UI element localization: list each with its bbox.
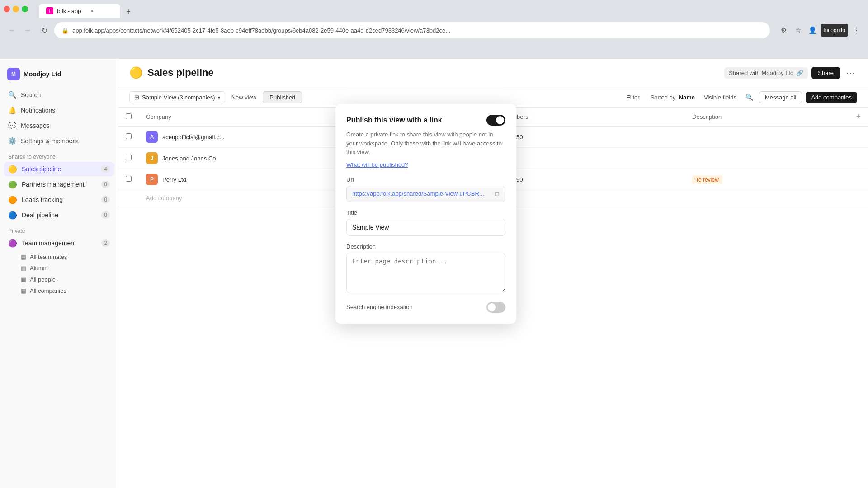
share-button[interactable]: Share [811,67,840,79]
description-col-label: Description [692,113,722,120]
publish-toggle[interactable] [486,115,505,126]
partners-label: Partners management [22,181,85,188]
row3-check[interactable] [126,176,132,182]
shared-badge[interactable]: Shared with Moodjoy Ltd 🔗 [724,67,808,79]
select-all-checkbox[interactable] [126,113,132,119]
toolbar-right: Filter Sorted by Name Visible fields 🔍 M… [622,91,857,103]
refresh-btn[interactable]: ↻ [38,24,51,37]
sidebar-group-partners[interactable]: 🟢 Partners management 0 [4,177,114,192]
header-actions: Shared with Moodjoy Ltd 🔗 Share ⋯ [724,66,857,87]
sidebar-item-messages[interactable]: 💬 Messages [4,118,114,133]
notifications-icon: 🔔 [8,106,16,114]
sidebar-group-sales-pipeline[interactable]: 🟡 Sales pipeline 4 [4,162,114,176]
forward-btn[interactable]: → [22,24,34,37]
browser-tab[interactable]: f folk - app × [39,4,120,18]
sub-items: ▦ All teammates ▦ Alumni ▦ All people ▦ … [4,251,114,296]
partners-emoji: 🟢 [8,180,17,189]
sidebar-item-settings[interactable]: ⚙️ Settings & members [4,134,114,148]
tab-close-btn[interactable]: × [88,7,95,14]
sidebar-item-notifications[interactable]: 🔔 Notifications [4,103,114,117]
sidebar-group-deal[interactable]: 🔵 Deal pipeline 0 [4,208,114,222]
search-btn[interactable]: 🔍 [743,91,755,103]
company-col-label: Company [146,113,171,120]
row2-checkbox[interactable] [118,148,139,169]
row2-avatar: J [146,152,158,164]
description-label: Description [346,243,505,250]
sidebar-group-leads[interactable]: 🟠 Leads tracking 0 [4,192,114,207]
new-view-btn[interactable]: New view [227,92,261,103]
sales-pipeline-count: 4 [101,165,110,173]
description-textarea[interactable] [346,253,505,293]
sidebar-group-team-mgmt[interactable]: 🟣 Team management 2 [4,236,114,250]
deal-count: 0 [101,211,110,219]
visible-fields-btn[interactable]: Visible fields [701,92,739,103]
row1-check[interactable] [126,133,132,139]
sidebar-item-search-label: Search [21,91,41,99]
browser-chrome: f folk - app × + ← → ↻ 🔒 app.folk.app/ap… [0,0,868,59]
sidebar-item-notifications-label: Notifications [21,107,55,114]
tab-title: folk - app [57,8,81,14]
add-column-btn[interactable]: + [849,108,868,127]
what-published-link[interactable]: What will be published? [346,161,505,168]
sidebar-nav: 🔍 Search 🔔 Notifications 💬 Messages ⚙️ S… [0,88,118,148]
search-engine-toggle[interactable] [486,302,505,313]
incognito-btn[interactable]: Incognito [821,24,848,37]
deal-emoji: 🔵 [8,211,17,220]
team-mgmt-count: 2 [101,239,110,247]
row3-status: To review [692,175,722,184]
message-all-btn[interactable]: Message all [759,91,802,103]
page-emoji: 🟡 [129,66,143,79]
back-btn[interactable]: ← [5,24,18,37]
workspace-name: Moodjoy Ltd [24,70,61,78]
all-people-icon: ▦ [21,276,26,283]
url-text: app.folk.app/apps/contacts/network/4f652… [72,27,763,34]
menu-btn[interactable]: ⋮ [850,24,863,37]
window-controls [4,6,28,12]
title-input[interactable] [346,219,505,236]
filter-btn[interactable]: Filter [622,92,644,103]
workspace-header[interactable]: M Moodjoy Ltd [0,64,118,88]
row2-check[interactable] [126,155,132,160]
view-selector[interactable]: ⊞ Sample View (3 companies) ▾ [129,91,225,103]
published-btn[interactable]: Published [263,91,302,103]
row1-checkbox[interactable] [118,127,139,148]
bookmark-btn[interactable]: ☆ [792,24,804,37]
all-companies-icon: ▦ [21,287,26,294]
profile-btn[interactable]: 👤 [806,24,819,37]
view-selector-label: Sample View (3 companies) [142,94,215,101]
row3-name: Perry Ltd. [162,176,188,183]
sorted-by-field: Name [679,94,695,101]
popup-title: Publish this view with a link [346,116,442,124]
window-min-btn[interactable] [13,6,19,12]
share-link-icon: 🔗 [796,70,803,76]
address-bar-row: ← → ↻ 🔒 app.folk.app/apps/contacts/netwo… [0,18,868,42]
browser-title-bar: f folk - app × + [0,0,868,18]
messages-icon: 💬 [8,122,16,130]
row1-name: aceupofficial@gmail.c... [162,134,224,141]
extension-btn[interactable]: ⚙ [777,24,790,37]
address-bar[interactable]: 🔒 app.folk.app/apps/contacts/network/4f6… [54,22,770,38]
main-content: 🟡 Sales pipeline Shared with Moodjoy Ltd… [118,59,868,488]
sidebar-item-search[interactable]: 🔍 Search [4,88,114,102]
add-companies-btn[interactable]: Add companies [806,92,857,103]
team-mgmt-emoji: 🟣 [8,239,17,248]
all-people-label: All people [30,276,56,283]
sub-item-all-companies[interactable]: ▦ All companies [16,285,114,296]
sub-item-all-teammates[interactable]: ▦ All teammates [16,251,114,263]
sorted-by-label: Sorted by [651,94,676,101]
row3-checkbox[interactable] [118,169,139,190]
settings-icon: ⚙️ [8,137,16,145]
sorted-by[interactable]: Sorted by Name [648,92,698,103]
sales-pipeline-label: Sales pipeline [22,165,61,173]
url-display[interactable]: https://app.folk.app/shared/Sample-View-… [346,186,505,202]
sub-item-all-people[interactable]: ▦ All people [16,274,114,285]
copy-url-icon[interactable]: ⧉ [495,190,500,198]
window-max-btn[interactable] [22,6,28,12]
tab-favicon: f [46,7,53,14]
col-checkbox-header[interactable] [118,108,139,127]
window-close-btn[interactable] [4,6,10,12]
sub-item-alumni[interactable]: ▦ Alumni [16,263,114,274]
more-options-btn[interactable]: ⋯ [844,66,857,80]
new-tab-btn[interactable]: + [122,5,135,18]
row2-extra [849,148,868,169]
